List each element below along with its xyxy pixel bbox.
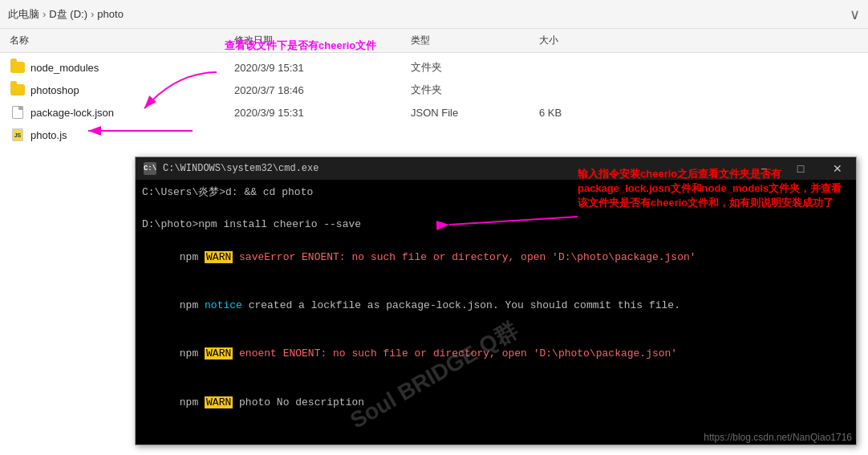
cmd-line: npm notice created a lockfile as package… xyxy=(142,282,850,330)
cmd-line xyxy=(142,201,850,217)
cmd-window-controls: − □ ✕ xyxy=(745,157,856,180)
cmd-line: npm WARN enoent ENOENT: no such file or … xyxy=(142,330,850,378)
cmd-icon: C:\ xyxy=(144,162,156,175)
file-name: package-lock.json xyxy=(30,107,114,119)
file-name: photo.js xyxy=(30,129,67,141)
col-date-header[interactable]: 修改日期 xyxy=(234,34,411,47)
cmd-window: C:\ C:\WINDOWS\system32\cmd.exe − □ ✕ C:… xyxy=(135,156,857,445)
file-name: photoshop xyxy=(30,84,79,96)
file-date: 2020/3/7 18:46 xyxy=(234,84,411,96)
file-name: node_modules xyxy=(30,62,99,74)
maximize-button[interactable]: □ xyxy=(782,157,819,180)
breadcrumb-home[interactable]: 此电脑 xyxy=(8,7,39,22)
col-name-header[interactable]: 名称 xyxy=(10,34,234,47)
cmd-titlebar: C:\ C:\WINDOWS\system32\cmd.exe − □ ✕ xyxy=(136,157,856,180)
cmd-line: npm WARN photo No repository field. xyxy=(142,427,850,445)
js-file-icon: JS xyxy=(10,127,26,143)
folder-icon xyxy=(10,59,26,75)
cmd-line: npm WARN saveError ENOENT: no such file … xyxy=(142,233,850,281)
col-type-header[interactable]: 类型 xyxy=(411,34,539,47)
table-row[interactable]: photoshop 2020/3/7 18:46 文件夹 xyxy=(0,79,868,101)
file-type: JSON File xyxy=(411,107,539,119)
table-row[interactable]: package-lock.json 2020/3/9 15:31 JSON Fi… xyxy=(0,101,868,124)
file-type: 文件夹 xyxy=(411,60,539,75)
close-button[interactable]: ✕ xyxy=(819,157,856,180)
file-size: 6 KB xyxy=(539,107,619,119)
breadcrumb-bar[interactable]: 此电脑 › D盘 (D:) › photo ∨ xyxy=(0,0,868,29)
cmd-line: D:\photo>npm install cheerio --save xyxy=(142,217,850,233)
cmd-body: C:\Users\炎梦>d: && cd photo D:\photo>npm … xyxy=(136,180,856,445)
col-size-header[interactable]: 大小 xyxy=(539,34,619,47)
column-headers: 名称 修改日期 类型 大小 xyxy=(0,29,868,53)
breadcrumb-sep-2: › xyxy=(91,8,94,20)
table-row[interactable]: JS photo.js xyxy=(0,124,868,146)
file-date: 2020/3/9 15:31 xyxy=(234,62,411,74)
cmd-line: npm WARN photo No description xyxy=(142,379,850,427)
breadcrumb-photo[interactable]: photo xyxy=(97,8,124,20)
file-icon xyxy=(10,104,26,120)
file-type: 文件夹 xyxy=(411,83,539,97)
file-list: node_modules 2020/3/9 15:31 文件夹 photosho… xyxy=(0,53,868,149)
folder-icon xyxy=(10,82,26,98)
cmd-line: C:\Users\炎梦>d: && cd photo xyxy=(142,185,850,201)
breadcrumb-d[interactable]: D盘 (D:) xyxy=(49,7,87,22)
breadcrumb-sep-1: › xyxy=(43,8,46,20)
minimize-button[interactable]: − xyxy=(745,157,782,180)
expand-button[interactable]: ∨ xyxy=(850,6,860,23)
table-row[interactable]: node_modules 2020/3/9 15:31 文件夹 xyxy=(0,56,868,79)
file-date: 2020/3/9 15:31 xyxy=(234,107,411,119)
